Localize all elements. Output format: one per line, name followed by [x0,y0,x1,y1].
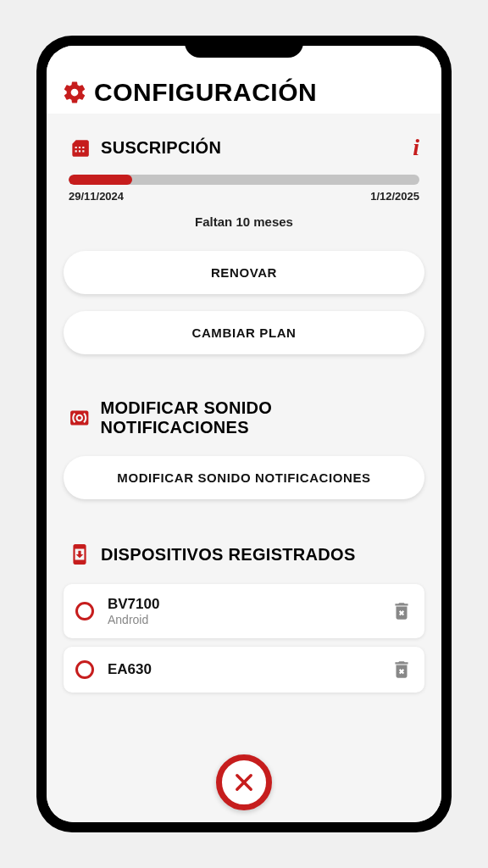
remaining-text: Faltan 10 meses [69,203,419,236]
device-name: EA630 [108,661,377,678]
phone-notch [185,36,303,58]
screen: CONFIGURACIÓN SUSCRIPCIÓN i 29/11/2024 [47,46,441,822]
surround-sound-icon [69,407,91,429]
device-info: BV7100 Android [108,596,377,626]
device-download-icon [69,543,91,565]
change-plan-button[interactable]: CAMBIAR PLAN [64,311,424,354]
device-radio[interactable] [75,602,94,620]
renew-button[interactable]: RENOVAR [64,251,424,294]
phone-frame: CONFIGURACIÓN SUSCRIPCIÓN i 29/11/2024 [36,36,452,832]
progress-bar [69,175,419,185]
content-scroll[interactable]: SUSCRIPCIÓN i 29/11/2024 1/12/2025 Falta… [47,114,441,822]
device-name: BV7100 [108,596,377,613]
sim-card-icon [69,136,91,159]
device-item[interactable]: BV7100 Android [64,584,424,638]
subscription-header: SUSCRIPCIÓN i [64,114,424,171]
notification-sound-header: MODIFICAR SONIDO NOTIFICACIONES [64,378,424,448]
info-icon[interactable]: i [413,134,419,161]
start-date: 29/11/2024 [69,190,124,203]
page-title: CONFIGURACIÓN [94,78,317,107]
gear-icon [62,80,87,105]
end-date: 1/12/2025 [370,190,419,203]
notification-sound-title: MODIFICAR SONIDO NOTIFICACIONES [101,398,419,437]
device-info: EA630 [108,661,377,678]
close-icon [232,771,256,794]
trash-icon[interactable] [391,659,413,681]
devices-title: DISPOSITIVOS REGISTRADOS [101,545,356,565]
modify-sound-button[interactable]: MODIFICAR SONIDO NOTIFICACIONES [64,456,424,499]
progress-dates: 29/11/2024 1/12/2025 [69,190,419,203]
device-radio[interactable] [75,660,94,679]
devices-header: DISPOSITIVOS REGISTRADOS [64,523,424,576]
subscription-title: SUSCRIPCIÓN [101,138,221,158]
progress-fill [69,175,132,185]
device-item[interactable]: EA630 [64,647,424,693]
trash-icon[interactable] [391,600,413,622]
subscription-progress-block: 29/11/2024 1/12/2025 Faltan 10 meses [64,171,424,242]
device-platform: Android [108,613,377,626]
close-button[interactable] [216,754,272,810]
